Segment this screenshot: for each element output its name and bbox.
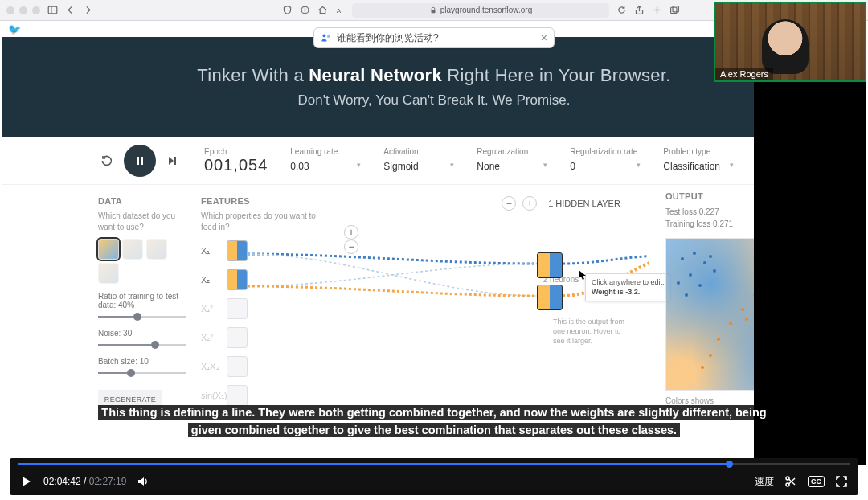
svg-point-37: [741, 308, 744, 311]
weight-tooltip: Click anywhere to edit. Weight is -3.2.: [585, 273, 671, 301]
param-learning-rate[interactable]: Learning rate0.03: [290, 147, 361, 174]
hidden-neuron-2[interactable]: [537, 285, 563, 310]
people-icon: [321, 32, 332, 43]
feature-x2sq[interactable]: X₂²: [201, 327, 330, 348]
hidden-layers-label: 1 HIDDEN LAYER: [548, 199, 620, 208]
ratio-label: Ratio of training to test data: 40%: [98, 292, 186, 309]
svg-point-22: [677, 281, 680, 285]
svg-point-41: [701, 366, 704, 369]
svg-rect-12: [137, 157, 139, 165]
dataset-option[interactable]: [146, 239, 167, 260]
svg-marker-46: [138, 477, 144, 486]
svg-point-20: [689, 273, 692, 277]
speed-button[interactable]: 速度: [755, 475, 774, 489]
svg-point-10: [322, 34, 326, 37]
svg-point-24: [713, 269, 716, 273]
param-problem-type[interactable]: Problem typeClassification: [663, 147, 734, 174]
noise-label: Noise: 30: [98, 329, 186, 338]
epoch-display: Epoch 001,054: [204, 147, 268, 174]
forward-icon[interactable]: [82, 5, 93, 16]
video-play-button[interactable]: [19, 474, 34, 489]
data-header: DATA: [98, 196, 186, 206]
feature-x1[interactable]: X₁: [201, 240, 330, 261]
window-controls[interactable]: [6, 6, 40, 14]
lock-icon: [429, 6, 437, 14]
feature-x1x2[interactable]: X₁X₂: [201, 356, 330, 377]
volume-icon[interactable]: [136, 474, 150, 489]
features-help: Which properties do you want to feed in?: [201, 211, 330, 232]
svg-rect-15: [174, 157, 176, 165]
text-size-icon[interactable]: A: [334, 5, 346, 16]
svg-text:A: A: [336, 7, 341, 14]
contrast-icon[interactable]: [299, 5, 310, 16]
svg-point-11: [327, 35, 330, 38]
new-tab-icon[interactable]: [651, 5, 662, 16]
presenter-face: [762, 19, 809, 74]
hidden-neuron-1[interactable]: [537, 252, 563, 278]
twitter-icon[interactable]: 🐦: [8, 23, 21, 35]
reset-button[interactable]: [98, 152, 116, 170]
shield-icon[interactable]: [281, 5, 293, 16]
fullscreen-icon[interactable]: [834, 474, 849, 489]
hero-title: Tinker With a Neural Network Right Here …: [197, 65, 670, 86]
dataset-option[interactable]: [122, 239, 143, 260]
feature-x1sq[interactable]: X₁²: [201, 298, 330, 319]
svg-marker-16: [579, 270, 586, 280]
video-controls: 02:04:42 / 02:27:19 速度 CC: [10, 458, 858, 495]
presenter-name: Alex Rogers: [715, 68, 773, 80]
control-bar: Epoch 001,054 Learning rate0.03 Activati…: [2, 137, 866, 185]
share-icon[interactable]: [633, 5, 645, 16]
privacy-bubble[interactable]: 谁能看到你的浏览活动? ×: [313, 27, 555, 48]
svg-rect-0: [48, 6, 57, 14]
svg-marker-14: [169, 157, 174, 165]
data-column: DATA Which dataset do you want to use? R…: [98, 196, 186, 414]
param-activation[interactable]: ActivationSigmoid: [383, 147, 454, 174]
subtitle-caption: This thing is defining a line. They were…: [10, 404, 858, 440]
clip-icon[interactable]: [784, 474, 798, 489]
play-pause-button[interactable]: [124, 145, 156, 177]
noise-slider[interactable]: [98, 339, 186, 350]
reload-icon[interactable]: [616, 5, 627, 16]
svg-rect-4: [431, 10, 435, 13]
add-neuron-button[interactable]: +: [344, 225, 358, 240]
svg-point-21: [709, 255, 712, 258]
remove-neuron-button[interactable]: −: [344, 240, 358, 254]
svg-point-23: [698, 284, 702, 287]
step-button[interactable]: [164, 152, 182, 170]
home-icon[interactable]: [317, 5, 328, 16]
back-icon[interactable]: [64, 5, 76, 16]
batch-slider[interactable]: [98, 367, 186, 379]
close-icon[interactable]: ×: [541, 31, 547, 44]
svg-point-19: [703, 261, 706, 264]
svg-point-18: [693, 252, 696, 255]
network-area: − + 1 HIDDEN LAYER + − 2 neurons Click a: [344, 196, 778, 414]
add-layer-button[interactable]: +: [522, 196, 537, 211]
video-progress[interactable]: [18, 463, 850, 465]
neuron-hint: This is the output from one neuron. Hove…: [553, 317, 625, 346]
param-regularization[interactable]: RegularizationNone: [477, 147, 547, 174]
svg-point-39: [717, 338, 720, 341]
webcam-thumbnail[interactable]: Alex Rogers: [714, 2, 866, 82]
svg-point-40: [709, 354, 712, 357]
feature-x2[interactable]: X₂: [201, 269, 330, 290]
svg-marker-45: [23, 477, 31, 486]
svg-point-25: [685, 293, 688, 297]
captions-button[interactable]: CC: [808, 476, 825, 487]
cursor-icon: [579, 270, 588, 280]
dataset-gaussian[interactable]: [98, 239, 119, 260]
svg-point-44: [745, 318, 748, 321]
address-bar[interactable]: playground.tensorflow.org: [352, 3, 609, 18]
svg-point-38: [729, 322, 732, 325]
ratio-slider[interactable]: [98, 311, 186, 322]
dataset-option[interactable]: [98, 263, 119, 284]
param-reg-rate[interactable]: Regularization rate0: [570, 147, 641, 174]
address-text: playground.tensorflow.org: [440, 6, 533, 14]
tabs-icon[interactable]: [669, 5, 680, 16]
video-time: 02:04:42 / 02:27:19: [43, 476, 126, 487]
bubble-text: 谁能看到你的浏览活动?: [337, 31, 439, 45]
features-column: FEATURES Which properties do you want to…: [201, 196, 330, 414]
svg-point-17: [681, 257, 684, 260]
sidebar-icon[interactable]: [47, 5, 58, 16]
remove-layer-button[interactable]: −: [502, 196, 516, 211]
svg-rect-13: [141, 157, 143, 165]
